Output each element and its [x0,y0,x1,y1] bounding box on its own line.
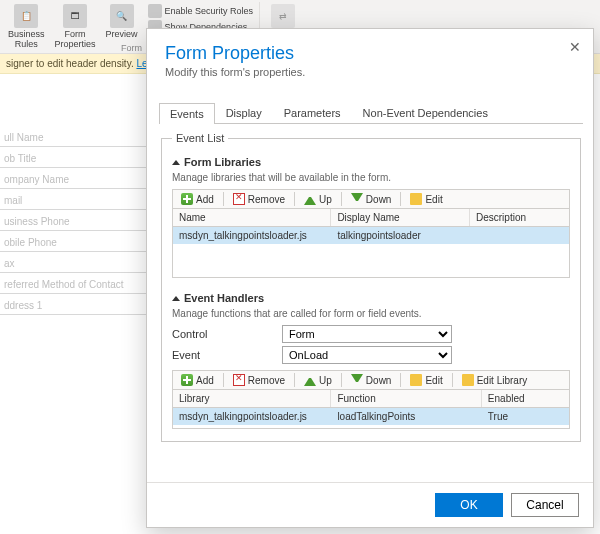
preview-label: Preview [106,29,138,39]
handlers-grid: Library Function Enabled msdyn_talkingpo… [172,389,570,429]
libs-down-button[interactable]: Down [347,192,396,206]
tab-events[interactable]: Events [159,103,215,124]
dialog-scroll[interactable]: Events Display Parameters Non-Event Depe… [159,86,589,482]
libs-up-button[interactable]: Up [300,192,336,206]
bg-field: mail [0,189,160,210]
down-icon [351,374,363,386]
bg-field: usiness Phone [0,210,160,231]
cancel-button[interactable]: Cancel [511,493,579,517]
tab-strip: Events Display Parameters Non-Event Depe… [159,102,583,124]
event-label: Event [172,349,282,361]
close-button[interactable]: ✕ [569,39,581,55]
form-properties-dialog: ✕ Form Properties Modify this form's pro… [146,28,594,528]
libs-add-button[interactable]: Add [177,192,218,206]
bg-field: ompany Name [0,168,160,189]
handlers-col-lib[interactable]: Library [173,390,331,407]
bg-field: ob Title [0,147,160,168]
caret-icon [172,160,180,165]
handlers-remove-button[interactable]: Remove [229,373,289,387]
tab-parameters[interactable]: Parameters [273,102,352,123]
libs-col-display[interactable]: Display Name [331,209,470,226]
bg-field: ddress 1 [0,294,160,315]
event-handlers-desc: Manage functions that are called for for… [172,308,570,319]
security-icon [148,4,162,18]
form-libraries-toggle[interactable]: Form Libraries [172,156,570,168]
handlers-down-button[interactable]: Down [347,373,396,387]
ok-button[interactable]: OK [435,493,503,517]
libs-grid: Name Display Name Description msdyn_talk… [172,208,570,278]
bg-field: ax [0,252,160,273]
event-select[interactable]: OnLoad [282,346,452,364]
properties-icon: 🗔 [63,4,87,28]
rules-icon: 📋 [14,4,38,28]
dialog-title: Form Properties [165,43,575,64]
handlers-col-func[interactable]: Function [331,390,481,407]
handlers-edit-button[interactable]: Edit [406,373,446,387]
library-icon [462,374,474,386]
event-handlers-toggle[interactable]: Event Handlers [172,292,570,304]
dialog-footer: OK Cancel [147,482,593,527]
handlers-toolbar: Add Remove Up Down Edit Edit Library [172,370,570,389]
handlers-col-enabled[interactable]: Enabled [482,390,569,407]
dialog-subtitle: Modify this form's properties. [165,66,575,78]
remove-icon [233,374,245,386]
enable-security-button[interactable]: Enable Security Roles [148,4,254,18]
form-libraries-desc: Manage libraries that will be available … [172,172,570,183]
add-icon [181,374,193,386]
bg-field: ull Name [0,126,160,147]
control-select[interactable]: Form [282,325,452,343]
dialog-header: Form Properties Modify this form's prope… [147,29,593,86]
edit-icon [410,374,422,386]
up-icon [304,374,316,386]
libs-col-name[interactable]: Name [173,209,331,226]
handlers-add-button[interactable]: Add [177,373,218,387]
merge-icon: ⇄ [271,4,295,28]
remove-icon [233,193,245,205]
handlers-edit-library-button[interactable]: Edit Library [458,373,532,387]
background-form: ull Name ob Title ompany Name mail usine… [0,86,160,315]
control-label: Control [172,328,282,340]
libs-remove-button[interactable]: Remove [229,192,289,206]
handlers-row[interactable]: msdyn_talkingpointsloader.js loadTalking… [173,408,569,425]
libs-col-desc[interactable]: Description [470,209,569,226]
up-icon [304,193,316,205]
caret-icon [172,296,180,301]
bg-field: referred Method of Contact [0,273,160,294]
bg-field: obile Phone [0,231,160,252]
libs-edit-button[interactable]: Edit [406,192,446,206]
edit-icon [410,193,422,205]
event-list-fieldset: Event List Form Libraries Manage librari… [161,132,581,442]
libs-row[interactable]: msdyn_talkingpointsloader.js talkingpoin… [173,227,569,244]
down-icon [351,193,363,205]
event-list-legend: Event List [172,132,228,144]
tab-display[interactable]: Display [215,102,273,123]
libs-toolbar: Add Remove Up Down Edit [172,189,570,208]
preview-icon: 🔍 [110,4,134,28]
add-icon [181,193,193,205]
tab-non-event-deps[interactable]: Non-Event Dependencies [352,102,499,123]
handlers-up-button[interactable]: Up [300,373,336,387]
